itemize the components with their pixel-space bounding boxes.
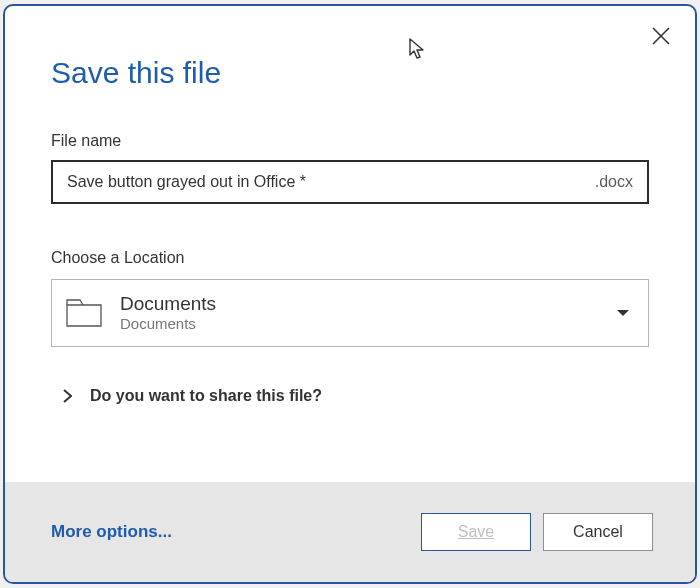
save-dialog: Save this file File name .docx Choose a … — [3, 4, 697, 584]
share-toggle[interactable]: Do you want to share this file? — [51, 387, 649, 405]
dialog-title: Save this file — [51, 56, 649, 90]
close-icon — [652, 27, 670, 45]
location-primary: Documents — [120, 293, 616, 316]
save-button[interactable]: Save — [421, 513, 531, 551]
filename-label: File name — [51, 132, 649, 150]
location-secondary: Documents — [120, 315, 616, 333]
chevron-down-icon — [616, 309, 630, 317]
location-label: Choose a Location — [51, 249, 649, 267]
dialog-main: Save this file File name .docx Choose a … — [5, 6, 695, 482]
folder-icon — [66, 299, 102, 327]
location-text: Documents Documents — [120, 293, 616, 334]
location-dropdown[interactable]: Documents Documents — [51, 279, 649, 347]
share-text: Do you want to share this file? — [90, 387, 322, 405]
filename-field-wrapper: .docx — [51, 160, 649, 204]
dialog-footer: More options... Save Cancel — [5, 482, 695, 582]
filename-input[interactable] — [53, 162, 595, 202]
filename-extension: .docx — [595, 162, 647, 202]
chevron-right-icon — [63, 389, 72, 403]
cancel-button[interactable]: Cancel — [543, 513, 653, 551]
more-options-link[interactable]: More options... — [51, 522, 409, 542]
close-button[interactable] — [649, 24, 673, 48]
